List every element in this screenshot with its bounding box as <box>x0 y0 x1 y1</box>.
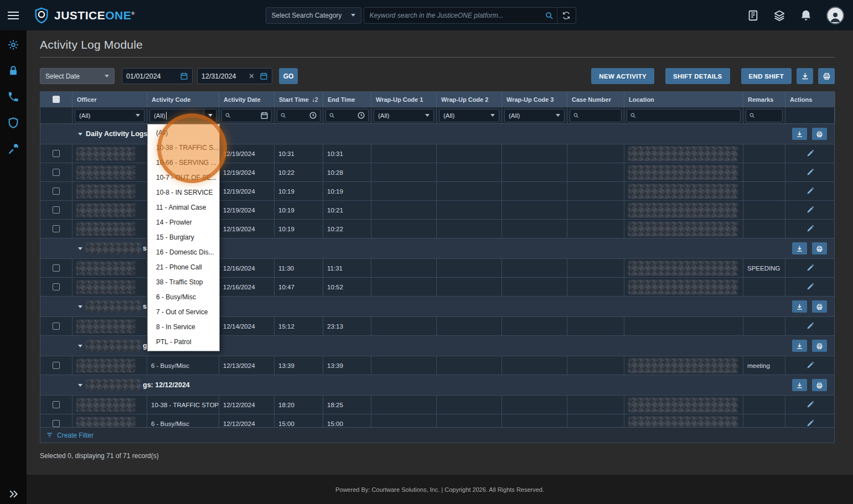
group-download-button[interactable] <box>792 340 807 352</box>
column-header-location[interactable]: Location <box>624 92 743 107</box>
search-category-select[interactable]: Select Search Category <box>266 7 361 24</box>
filter-end-time-input[interactable] <box>325 109 369 122</box>
sidebar-expand-button[interactable] <box>0 489 27 500</box>
select-all-checkbox[interactable] <box>53 96 60 103</box>
new-activity-button[interactable]: NEW ACTIVITY <box>591 68 654 84</box>
notes-button[interactable] <box>747 9 759 22</box>
sidebar-item-settings[interactable] <box>2 34 24 56</box>
edit-row-button[interactable] <box>806 283 814 291</box>
group-download-button[interactable] <box>792 300 807 313</box>
edit-row-button[interactable] <box>806 206 814 214</box>
row-checkbox[interactable] <box>53 150 60 157</box>
column-header-activity-date[interactable]: Activity Date <box>219 92 275 107</box>
edit-row-button[interactable] <box>806 168 814 176</box>
dropdown-option[interactable]: 15 - Burglary <box>148 230 219 245</box>
activity-code-dropdown-toggle[interactable] <box>204 110 216 122</box>
sidebar-item-support[interactable] <box>2 86 24 108</box>
group-download-button[interactable] <box>792 242 807 254</box>
filter-officer-select[interactable]: (All) <box>75 109 144 122</box>
menu-toggle-button[interactable] <box>0 0 27 30</box>
filter-end-time-clock-button[interactable] <box>357 111 365 119</box>
dropdown-option[interactable]: 10-66 - SERVING ... <box>148 155 219 170</box>
shift-details-button[interactable]: SHIFT DETAILS <box>665 68 730 84</box>
edit-row-button[interactable] <box>806 401 814 409</box>
dropdown-option[interactable]: 14 - Prowler <box>148 215 219 230</box>
column-header-end-time[interactable]: End Time <box>323 92 371 107</box>
dropdown-option[interactable]: 21 - Phone Call <box>148 260 219 275</box>
collapse-chevron-icon[interactable] <box>78 247 82 250</box>
dropdown-option[interactable]: 38 - Traffic Stop <box>148 275 219 290</box>
refresh-button[interactable] <box>557 8 576 23</box>
clear-date-button[interactable]: ✕ <box>249 72 255 80</box>
date-to-input[interactable] <box>201 72 247 80</box>
filter-case-number-input[interactable] <box>570 109 622 122</box>
edit-row-button[interactable] <box>806 322 814 330</box>
group-download-button[interactable] <box>792 128 807 140</box>
keyword-search-input[interactable] <box>364 12 545 19</box>
filter-activity-code-combo[interactable]: (All) <box>149 109 216 122</box>
column-header-case-number[interactable]: Case Number <box>567 92 624 107</box>
edit-row-button[interactable] <box>806 225 814 233</box>
edit-row-button[interactable] <box>806 187 814 195</box>
edit-row-button[interactable] <box>806 149 814 158</box>
dropdown-option[interactable]: (All) <box>148 126 219 141</box>
end-shift-button[interactable]: END SHIFT <box>741 68 792 84</box>
row-checkbox[interactable] <box>53 169 60 176</box>
date-range-select[interactable]: Select Date <box>40 68 115 84</box>
date-from-input[interactable] <box>126 72 178 80</box>
calendar-icon[interactable] <box>260 72 268 80</box>
column-header-actions[interactable]: Actions <box>785 92 835 107</box>
column-header-wrap-up-code-1[interactable]: Wrap-Up Code 1 <box>371 92 437 107</box>
row-checkbox[interactable] <box>53 206 60 214</box>
row-checkbox[interactable] <box>53 188 60 195</box>
toolbar-print-button[interactable] <box>818 68 835 84</box>
search-icon[interactable] <box>545 11 554 20</box>
layers-button[interactable] <box>773 9 785 22</box>
group-print-button[interactable] <box>812 128 827 140</box>
go-button[interactable]: GO <box>279 68 298 84</box>
group-download-button[interactable] <box>792 379 807 391</box>
dropdown-option[interactable]: 11 - Animal Case <box>148 200 219 215</box>
filter-location-input[interactable] <box>627 109 741 122</box>
user-avatar[interactable] <box>826 7 844 24</box>
group-print-button[interactable] <box>812 242 827 254</box>
edit-row-button[interactable] <box>806 264 814 272</box>
row-checkbox[interactable] <box>53 401 60 408</box>
dropdown-option[interactable]: 16 - Domestic Dis... <box>148 245 219 260</box>
toolbar-download-button[interactable] <box>797 68 813 84</box>
calendar-icon[interactable] <box>180 72 188 80</box>
column-header-wrap-up-code-3[interactable]: Wrap-Up Code 3 <box>502 92 567 107</box>
sort-indicator[interactable]: ↓2 <box>312 96 318 103</box>
row-checkbox[interactable] <box>53 283 60 290</box>
filter-remarks-input[interactable] <box>746 109 783 122</box>
filter-activity-date-input[interactable] <box>221 109 272 122</box>
dropdown-option[interactable]: PTL - Patrol <box>148 335 219 350</box>
dropdown-option[interactable]: 7 - Out of Service <box>148 305 219 320</box>
row-checkbox[interactable] <box>53 225 60 232</box>
dropdown-option[interactable]: 10-38 - TRAFFIC S... <box>148 141 219 155</box>
column-header-start-time[interactable]: Start Time↓2 <box>275 92 323 107</box>
dropdown-option[interactable]: 10-7 - OUT OF SE... <box>148 170 219 185</box>
dropdown-option[interactable]: 8 - In Service <box>148 320 219 335</box>
sidebar-item-security[interactable] <box>2 60 24 82</box>
filter-wrap-up-2-select[interactable]: (All) <box>439 109 499 122</box>
column-header-activity-code[interactable]: Activity Code <box>147 92 219 107</box>
collapse-chevron-icon[interactable] <box>78 345 82 347</box>
column-header-wrap-up-code-2[interactable]: Wrap-Up Code 2 <box>437 92 502 107</box>
edit-row-button[interactable] <box>806 419 814 427</box>
filter-wrap-up-3-select[interactable]: (All) <box>504 109 565 122</box>
filter-activity-date-calendar-button[interactable] <box>260 111 268 119</box>
row-checkbox[interactable] <box>53 264 60 272</box>
filter-wrap-up-1-select[interactable]: (All) <box>374 109 434 122</box>
group-print-button[interactable] <box>812 300 827 313</box>
collapse-chevron-icon[interactable] <box>78 305 82 308</box>
notifications-button[interactable] <box>800 9 812 22</box>
sidebar-item-shield[interactable] <box>2 112 24 134</box>
collapse-chevron-icon[interactable] <box>78 133 82 136</box>
group-print-button[interactable] <box>812 340 827 352</box>
row-checkbox[interactable] <box>53 420 60 427</box>
filter-start-time-input[interactable] <box>277 109 320 122</box>
edit-row-button[interactable] <box>806 361 814 370</box>
sidebar-item-tools[interactable] <box>2 138 24 160</box>
group-print-button[interactable] <box>812 379 827 391</box>
